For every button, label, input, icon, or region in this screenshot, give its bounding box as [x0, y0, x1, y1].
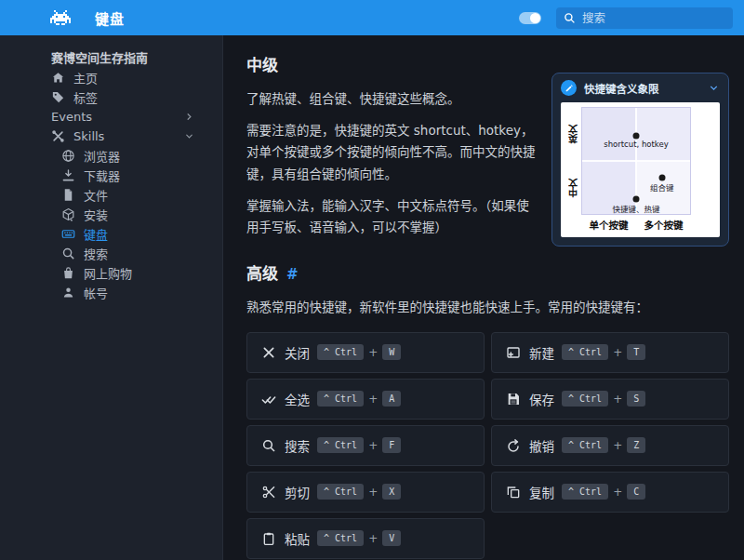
key-cap: W [382, 344, 401, 360]
theme-toggle[interactable] [519, 12, 541, 24]
download-icon [61, 168, 75, 182]
search-icon [261, 438, 276, 453]
sidebar-item-下载器[interactable]: 下载器 [0, 166, 222, 185]
sidebar-item-label: 标签 [73, 88, 98, 106]
quadrant-chart: 英文 中文 shortcut, hotkey组合键快捷键、热键 单个按键 多个按… [561, 102, 720, 237]
heading-anchor-link[interactable]: # [286, 266, 299, 283]
sidebar-item-帐号[interactable]: 帐号 [0, 283, 222, 302]
tag-icon [51, 90, 65, 104]
tools-icon [51, 129, 65, 143]
copy-icon [506, 485, 521, 500]
data-point [633, 132, 640, 139]
shortcut-label: 全选 [285, 390, 310, 408]
sidebar-item-label: Skills [73, 129, 104, 143]
shortcut-label: 复制 [529, 483, 554, 501]
x-axis-label-left: 单个按键 [581, 218, 636, 232]
site-title-link[interactable]: 赛博空间生存指南 [0, 48, 222, 68]
home-icon [51, 71, 65, 85]
data-point [633, 196, 640, 203]
y-axis-label-bottom: 中文 [566, 161, 581, 215]
shortcut-card-关闭: 关闭^ Ctrl+W [246, 332, 485, 373]
search-input[interactable] [582, 11, 727, 25]
sidebar-item-标签[interactable]: 标签 [0, 87, 222, 107]
data-point [658, 175, 665, 181]
toggle-knob [530, 13, 540, 23]
sidebar-item-搜索[interactable]: 搜索 [0, 244, 222, 263]
sidebar-item-label: Events [51, 110, 92, 124]
x-axis-label-right: 多个按键 [636, 218, 691, 232]
main-content: 快捷键含义象限 英文 中文 shortcut, hotkey组合键快捷键、热键 [224, 35, 744, 560]
quadrant-top-left [582, 108, 636, 161]
sidebar-nav: 主页标签EventsSkills浏览器下载器文件安装键盘搜索网上购物帐号 [0, 68, 222, 302]
quadrant-x-axis: 单个按键 多个按键 [581, 215, 691, 232]
edit-icon [561, 80, 577, 96]
search-icon [61, 247, 75, 260]
plus-sign: + [368, 532, 378, 545]
sidebar-item-主页[interactable]: 主页 [0, 68, 222, 87]
chevron-down-icon[interactable] [708, 82, 720, 94]
key-cap: ^ Ctrl [317, 391, 364, 407]
shortcut-card-保存: 保存^ Ctrl+S [491, 379, 729, 420]
plus-sign: + [368, 486, 378, 499]
quadrant-divider-horizontal [582, 160, 690, 162]
plus-sign: + [613, 439, 622, 452]
chart-card-header[interactable]: 快捷键含义象限 [552, 73, 728, 101]
key-cap: ^ Ctrl [562, 437, 608, 453]
globe-icon [61, 149, 75, 163]
header-search[interactable] [556, 7, 733, 29]
shortcut-card-新建: 新建^ Ctrl+T [491, 332, 729, 373]
sidebar-item-安装[interactable]: 安装 [0, 205, 222, 224]
key-cap: X [382, 484, 401, 500]
save-icon [506, 392, 521, 407]
sidebar-item-label: 文件 [84, 186, 108, 204]
plus-sign: + [368, 439, 378, 452]
key-cap: ^ Ctrl [317, 437, 364, 453]
shortcut-label: 剪切 [285, 483, 310, 501]
sidebar-item-浏览器[interactable]: 浏览器 [0, 146, 222, 166]
file-icon [61, 188, 75, 202]
chart-card: 快捷键含义象限 英文 中文 shortcut, hotkey组合键快捷键、热键 [551, 73, 729, 247]
key-cap: V [382, 530, 401, 546]
undo-icon [506, 438, 521, 453]
key-cap: C [627, 484, 645, 500]
quadrant-top-right [636, 108, 690, 161]
sidebar-item-label: 帐号 [84, 284, 108, 301]
quadrant-plot: shortcut, hotkey组合键快捷键、热键 [581, 107, 691, 215]
shortcut-card-搜索: 搜索^ Ctrl+F [246, 425, 485, 466]
key-cap: ^ Ctrl [317, 484, 364, 500]
shortcut-label: 粘贴 [285, 529, 310, 548]
person-icon [61, 286, 75, 300]
shortcut-card-粘贴: 粘贴^ Ctrl+V [246, 518, 485, 559]
chart-card-title: 快捷键含义象限 [584, 81, 708, 96]
key-cap: F [382, 437, 401, 453]
sidebar-item-label: 安装 [84, 206, 108, 223]
sidebar-item-Events[interactable]: Events [0, 107, 222, 127]
sidebar-item-网上购物[interactable]: 网上购物 [0, 263, 222, 283]
sidebar-item-label: 主页 [73, 69, 98, 87]
shortcut-card-全选: 全选^ Ctrl+A [246, 379, 485, 420]
sidebar-item-label: 网上购物 [84, 264, 132, 282]
sidebar-item-键盘[interactable]: 键盘 [0, 224, 222, 244]
chevron-right-icon[interactable] [184, 112, 194, 122]
sidebar: 赛博空间生存指南 主页标签EventsSkills浏览器下载器文件安装键盘搜索网… [0, 35, 223, 560]
section-title-advanced: 高级# [246, 260, 729, 284]
key-cap: Z [627, 437, 645, 453]
shortcut-card-剪切: 剪切^ Ctrl+X [246, 472, 485, 513]
y-axis-label-top: 英文 [566, 107, 581, 161]
paste-icon [261, 531, 276, 546]
shortcut-label: 保存 [529, 390, 554, 408]
bag-icon [61, 266, 75, 280]
key-cap: T [627, 344, 645, 360]
select-all-icon [261, 392, 276, 407]
shortcut-label: 撤销 [529, 436, 554, 455]
sidebar-item-Skills[interactable]: Skills [0, 127, 222, 146]
chevron-down-icon[interactable] [184, 131, 194, 141]
shortcut-card-撤销: 撤销^ Ctrl+Z [491, 425, 729, 466]
page-title: 键盘 [95, 8, 125, 28]
sidebar-item-文件[interactable]: 文件 [0, 185, 222, 205]
sidebar-item-label: 下载器 [84, 167, 120, 184]
plus-sign: + [613, 486, 622, 499]
key-cap: ^ Ctrl [317, 530, 364, 546]
search-icon [564, 12, 576, 24]
app-header: 键盘 [0, 0, 744, 35]
